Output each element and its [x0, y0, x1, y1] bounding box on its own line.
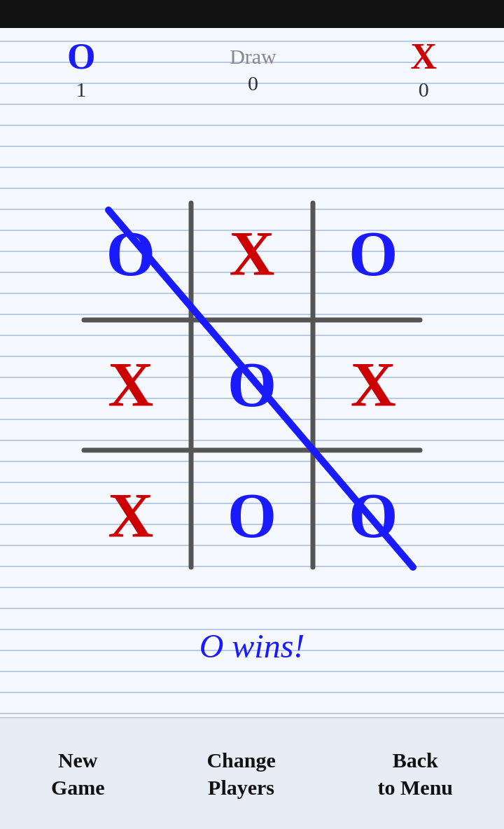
- game-board: O X O X O X X O O O wins!: [70, 189, 434, 581]
- score-col-x: X 0: [411, 39, 438, 102]
- cell-3[interactable]: X: [70, 320, 191, 451]
- mark-cell-7: O: [227, 485, 276, 548]
- draw-score: 0: [248, 71, 258, 95]
- score-col-o: O 1: [67, 39, 95, 102]
- new-game-line2: Game: [51, 774, 105, 801]
- back-to-menu-line1: Back: [393, 746, 438, 774]
- cell-1[interactable]: X: [191, 189, 312, 320]
- cell-5[interactable]: X: [313, 320, 434, 451]
- cell-7[interactable]: O: [191, 450, 312, 581]
- back-to-menu-button[interactable]: Back to Menu: [364, 739, 468, 808]
- score-area: O 1 Draw 0 X 0: [0, 39, 504, 102]
- bottom-buttons-bar: New Game Change Players Back to Menu: [0, 717, 504, 829]
- cell-4[interactable]: O: [191, 320, 312, 451]
- draw-label: Draw: [230, 45, 276, 69]
- mark-cell-8: O: [349, 485, 398, 548]
- win-message: O wins!: [70, 627, 434, 665]
- cell-2[interactable]: O: [313, 189, 434, 320]
- o-score: 1: [76, 78, 87, 102]
- win-symbol: O: [200, 627, 224, 664]
- score-col-draw: Draw 0: [230, 45, 276, 95]
- cell-8[interactable]: O: [313, 450, 434, 581]
- mark-cell-2: O: [349, 223, 398, 286]
- mark-cell-6: X: [108, 485, 153, 548]
- new-game-line1: New: [58, 746, 98, 774]
- x-score: 0: [419, 78, 429, 102]
- mark-cell-1: X: [229, 223, 274, 286]
- win-suffix: wins!: [223, 627, 304, 664]
- change-players-button[interactable]: Change Players: [192, 739, 289, 808]
- cells-grid[interactable]: O X O X O X X O O: [70, 189, 434, 581]
- change-players-line1: Change: [206, 746, 275, 774]
- mark-cell-3: X: [108, 354, 153, 417]
- cell-0[interactable]: O: [70, 189, 191, 320]
- change-players-line2: Players: [208, 774, 274, 801]
- top-status-bar: [0, 0, 504, 28]
- new-game-button[interactable]: New Game: [37, 739, 119, 808]
- cell-6[interactable]: X: [70, 450, 191, 581]
- mark-cell-0: O: [106, 223, 155, 286]
- o-symbol: O: [67, 39, 95, 75]
- mark-cell-4: O: [227, 354, 276, 417]
- mark-cell-5: X: [351, 354, 396, 417]
- back-to-menu-line2: to Menu: [378, 774, 454, 801]
- x-symbol: X: [411, 39, 438, 75]
